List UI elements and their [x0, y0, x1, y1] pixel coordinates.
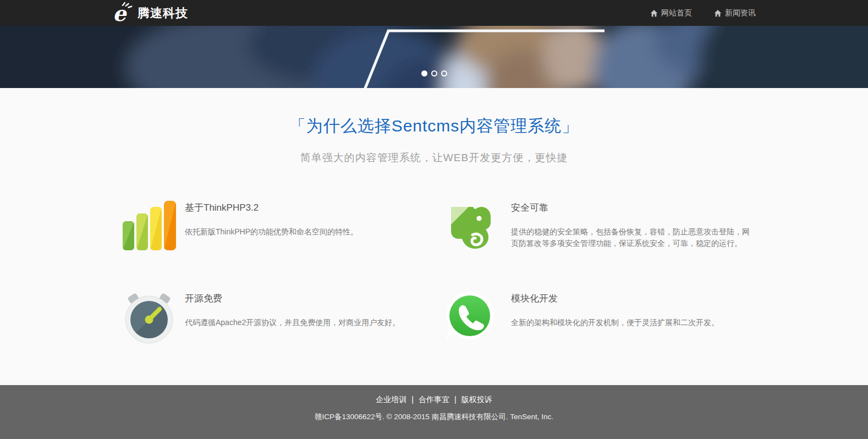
feature-title: 模块化开发 [511, 292, 719, 305]
carousel-dot-2[interactable] [431, 70, 437, 76]
footer-links: 企业培训|合作事宜|版权投诉 [0, 385, 868, 405]
stopwatch-icon [123, 291, 176, 342]
feature-opensource: 开源免费 代码遵循Apache2开源协议，并且免费使用，对商业用户友好。 [123, 291, 444, 342]
feature-desc: 提供的稳健的安全策略，包括备份恢复，容错，防止恶意攻击登陆，网页防篡改等多项安全… [511, 226, 755, 249]
footer-link-cooperation[interactable]: 合作事宜 [419, 395, 449, 404]
brand-name: 腾速科技 [138, 5, 188, 21]
feature-title: 基于ThinkPHP3.2 [185, 201, 358, 214]
home-icon [650, 9, 658, 17]
section-title: 「为什么选择Sentcms内容管理系统」 [0, 115, 868, 138]
bar-chart-icon [123, 200, 176, 251]
feature-grid: 基于ThinkPHP3.2 依托新版ThinkPHP的功能优势和命名空间的特性。… [112, 200, 756, 342]
carousel-dots [0, 70, 868, 76]
footer-link-training[interactable]: 企业培训 [376, 395, 406, 404]
feature-modular: 模块化开发 全新的架构和模块化的开发机制，便于灵活扩展和二次开发。 [444, 291, 766, 342]
svg-text:e: e [113, 2, 128, 25]
carousel-dot-1[interactable] [421, 70, 427, 76]
main-nav: 网站首页 新闻资讯 [650, 8, 756, 18]
copyright-text: 赣ICP备13006622号. © 2008-2015 南昌腾速科技有限公司. … [0, 412, 868, 422]
whatsapp-icon [444, 291, 498, 342]
hero-carousel [0, 26, 868, 88]
footer-link-copyright-complaint[interactable]: 版权投诉 [462, 395, 492, 404]
site-logo[interactable]: e 腾速科技 [112, 2, 188, 25]
feature-title: 安全可靠 [511, 201, 755, 214]
footer: 企业培训|合作事宜|版权投诉 赣ICP备13006622号. © 2008-20… [0, 385, 868, 439]
hero-blurred-photo [0, 26, 868, 88]
nav-item-news[interactable]: 新闻资讯 [714, 8, 756, 18]
feature-security: 安全可靠 提供的稳健的安全策略，包括备份恢复，容错，防止恶意攻击登陆，网页防篡改… [444, 200, 766, 251]
feature-desc: 代码遵循Apache2开源协议，并且免费使用，对商业用户友好。 [185, 317, 400, 328]
feature-title: 开源免费 [185, 292, 400, 305]
feature-desc: 全新的架构和模块化的开发机制，便于灵活扩展和二次开发。 [511, 317, 719, 328]
nav-item-home[interactable]: 网站首页 [650, 8, 692, 18]
main-section: 「为什么选择Sentcms内容管理系统」 简单强大的内容管理系统，让WEB开发更… [0, 88, 868, 385]
top-bar: e 腾速科技 网站首页 新闻资讯 [0, 0, 868, 26]
nav-item-label: 网站首页 [661, 8, 692, 18]
footer-separator: | [411, 395, 414, 404]
intro-block: 「为什么选择Sentcms内容管理系统」 简单强大的内容管理系统，让WEB开发更… [0, 88, 868, 165]
home-icon [714, 9, 722, 17]
dragon-e-logo-icon: e [112, 2, 134, 25]
feature-desc: 依托新版ThinkPHP的功能优势和命名空间的特性。 [185, 226, 358, 238]
nav-item-label: 新闻资讯 [725, 8, 756, 18]
elephant-icon [444, 200, 498, 251]
section-subtitle: 简单强大的内容管理系统，让WEB开发更方便，更快捷 [0, 151, 868, 165]
footer-separator: | [454, 395, 457, 404]
carousel-dot-3[interactable] [441, 70, 447, 76]
feature-thinkphp: 基于ThinkPHP3.2 依托新版ThinkPHP的功能优势和命名空间的特性。 [123, 200, 444, 251]
